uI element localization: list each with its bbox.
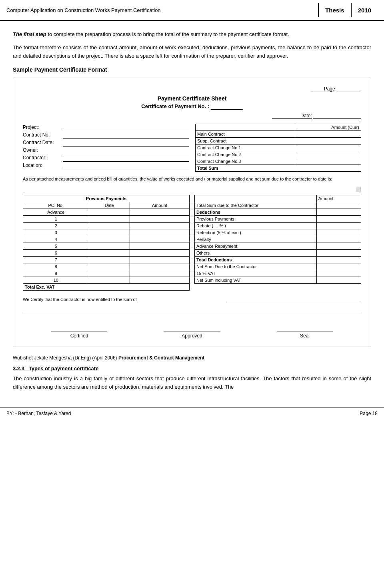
- summary-row: Previous Payments: [195, 215, 361, 222]
- right-table-amount-header: Amount (Curr): [295, 124, 361, 131]
- summary-row-amount: [316, 222, 361, 229]
- right-row-label: Supp. Contract: [196, 138, 295, 144]
- summary-row-label: Penalty: [195, 236, 317, 243]
- summary-row-label: 15 % VAT: [195, 270, 317, 277]
- prev-row-amount: [130, 263, 189, 270]
- year-label: 2010: [358, 7, 371, 14]
- page-label: Page: [311, 86, 335, 92]
- prev-row-date: [89, 209, 130, 215]
- right-amounts-table: Amount (Curr) Main Contract Supp. Contra…: [195, 124, 361, 172]
- cert-subtitle-text: Certificate of Payment No. :: [141, 103, 209, 109]
- prev-payment-row: 9: [23, 270, 190, 277]
- left-field-label: Owner:: [23, 146, 63, 154]
- right-row-label: Contract Change No.2: [196, 151, 295, 158]
- prev-payments-total-row: Total Exc. VAT: [23, 283, 190, 290]
- prev-row-amount: [130, 270, 189, 277]
- summary-row-amount: [316, 243, 361, 249]
- page-footer: BY: - Berhan, Tesfaye & Yared Page 18: [0, 407, 384, 419]
- right-table-header: Amount (Curr): [196, 124, 361, 131]
- resize-icon: ⬜: [23, 187, 361, 192]
- summary-row: Net Sum Due to the Contractor: [195, 263, 361, 270]
- right-row-amount: [295, 158, 361, 165]
- prev-row-num: 6: [23, 249, 89, 256]
- summary-row-label: Advance Repayment: [195, 243, 317, 249]
- thesis-label: Thesis: [325, 7, 344, 14]
- prev-payment-row: 4: [23, 236, 190, 243]
- left-field-label: Project:: [23, 124, 63, 131]
- prev-payment-row: 10: [23, 277, 190, 283]
- prev-row-date: [89, 222, 130, 229]
- left-field-row: Contract Date:: [23, 139, 189, 146]
- right-summary-label-header: [195, 195, 317, 202]
- summary-row-label: Net Sum including VAT: [195, 277, 317, 283]
- right-row-amount: [295, 144, 361, 151]
- header-title-text: Computer Application on Construction Wor…: [6, 7, 161, 13]
- prev-row-num: 2: [23, 222, 89, 229]
- prev-row-amount: [130, 243, 189, 249]
- prev-row-amount: [130, 229, 189, 236]
- sample-heading: Sample Payment Certificate Format: [13, 66, 371, 73]
- right-summary-inner-table: Amount Total Sum due to the Contractor D…: [194, 195, 361, 284]
- sig-seal-label: Seal: [248, 333, 361, 339]
- cert-certify-line: We Certify that the Contractor is now en…: [23, 297, 361, 304]
- left-field-value: [63, 131, 189, 139]
- section-3-heading: 3.2.3 Types of payment certificate: [13, 365, 371, 371]
- cert-date-line: Date:: [23, 113, 361, 119]
- prev-row-date: [89, 249, 130, 256]
- prev-payment-row: Advance: [23, 209, 190, 215]
- prev-row-amount: [130, 256, 189, 263]
- final-step-text: The final step: [13, 31, 46, 37]
- left-field-label: Contractor:: [23, 154, 63, 162]
- summary-row-label: Total Sum due to the Contractor: [195, 202, 317, 209]
- prev-payments-section-header-row: Previous Payments: [23, 195, 190, 202]
- left-field-label: Location:: [23, 162, 63, 169]
- right-row-label: Contract Change No.3: [196, 158, 295, 165]
- cert-page-line: Page: [23, 86, 361, 92]
- page-number-field: [337, 86, 361, 92]
- right-table-row: Contract Change No.1: [196, 144, 361, 151]
- col-pc-no: PC. No.: [23, 202, 89, 209]
- summary-row-amount: [316, 270, 361, 277]
- left-field-row: Contract No:: [23, 131, 189, 139]
- left-field-label: Contract No:: [23, 131, 63, 139]
- prev-row-date: [89, 236, 130, 243]
- cert-table-section: Previous Payments PC. No. Date Amount Ad…: [23, 195, 361, 291]
- cert-right-table: Amount (Curr) Main Contract Supp. Contra…: [195, 124, 361, 172]
- prev-row-num: 9: [23, 270, 89, 277]
- left-field-row: Location:: [23, 162, 189, 169]
- footer-page-number: Page 18: [360, 411, 378, 416]
- summary-row-amount: [316, 256, 361, 263]
- page-content: The final step to complete the preparati…: [0, 21, 384, 401]
- left-field-row: Owner:: [23, 146, 189, 154]
- summary-row: Total Deductions: [195, 256, 361, 263]
- prev-payments-inner-table: Previous Payments PC. No. Date Amount Ad…: [23, 195, 190, 291]
- cert-info-section: Project: Contract No: Contract Date: Own…: [23, 124, 361, 172]
- prev-payment-row: 2: [23, 222, 190, 229]
- cert-number-field: [211, 103, 243, 110]
- summary-row: Others: [195, 249, 361, 256]
- sig-seal: Seal: [248, 325, 361, 339]
- right-row-label: Main Contract: [196, 131, 295, 138]
- page-header: Computer Application on Construction Wor…: [0, 0, 384, 21]
- left-field-value: [63, 146, 189, 154]
- summary-row: Deductions: [195, 209, 361, 215]
- prev-row-num: 4: [23, 236, 89, 243]
- cert-date-label: Date:: [272, 113, 312, 119]
- sig-certified: Certified: [23, 325, 136, 339]
- intro-paragraph-1: The final step to complete the preparati…: [13, 30, 371, 39]
- cert-left-info: Project: Contract No: Contract Date: Own…: [23, 124, 189, 172]
- summary-row: Advance Repayment: [195, 243, 361, 249]
- section-heading-text: Types of payment certificate: [29, 365, 99, 371]
- section-number: 3.2.3: [13, 365, 24, 371]
- col-amount: Amount: [130, 202, 189, 209]
- left-field-value: [63, 154, 189, 162]
- prev-payment-row: 6: [23, 249, 190, 256]
- prev-row-num: Advance: [23, 209, 89, 215]
- summary-row-amount: [316, 229, 361, 236]
- summary-row: Total Sum due to the Contractor: [195, 202, 361, 209]
- cert-title: Payment Certificate Sheet: [23, 95, 361, 102]
- footer-author: BY: - Berhan, Tesfaye & Yared: [6, 411, 71, 416]
- header-thesis: Thesis: [319, 3, 352, 17]
- summary-row-label: Total Deductions: [195, 256, 317, 263]
- right-summary-table: Amount Total Sum due to the Contractor D…: [194, 195, 361, 291]
